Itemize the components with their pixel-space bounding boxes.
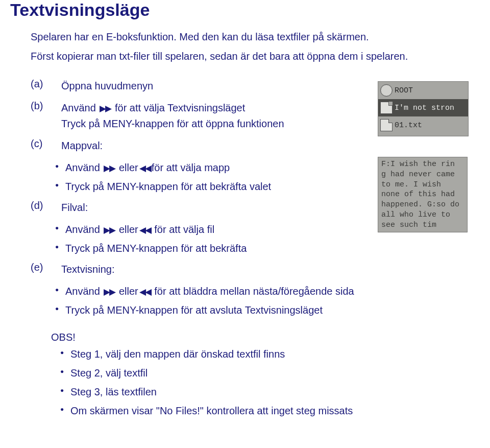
step-b-suffix: för att välja Textvisningsläget [112, 102, 245, 113]
step-d-bullets: Använd ▶▶ eller◀◀ för att välja fil Tryc… [31, 222, 368, 256]
rewind-icon: ◀◀ [139, 225, 151, 235]
obs-bullet: Steg 2, välj textfil [60, 365, 368, 381]
screen-row-selected: I'm not stron [378, 99, 468, 116]
intro-line-1: Spelaren har en E-boksfunktion. Med den … [31, 29, 480, 44]
step-d: (d) Filval: [31, 200, 368, 216]
bullet: Använd ▶▶ eller◀◀för att välja mapp [55, 160, 368, 176]
step-e-text: Textvisning: [61, 262, 368, 277]
document-icon [380, 102, 393, 114]
step-d-text: Filval: [61, 200, 368, 216]
bullet-suffix: för att välja fil [152, 224, 214, 235]
bullet-suffix: för att bläddra mellan nästa/föregående … [152, 286, 354, 297]
screen-row-text: I'm not stron [395, 104, 454, 112]
bullet: Använd ▶▶ eller◀◀ för att bläddra mellan… [55, 284, 368, 299]
step-c-text: Mappval: [61, 138, 368, 154]
bullet-prefix: Använd [65, 286, 103, 297]
bullet-suffix: för att välja mapp [152, 162, 230, 173]
step-b-prefix: Använd [61, 102, 99, 113]
step-a: (a) Öppna huvudmenyn [31, 78, 368, 94]
bullet: Tryck på MENY-knappen för att avsluta Te… [55, 302, 368, 318]
forward-icon: ▶▶ [104, 225, 115, 235]
obs-title: OBS! [51, 332, 368, 343]
step-a-label: (a) [31, 78, 61, 94]
step-e: (e) Textvisning: [31, 262, 368, 277]
bullet-prefix: Använd [65, 224, 103, 235]
step-a-text: Öppna huvudmenyn [61, 78, 368, 94]
screen-row: 01.txt [378, 116, 468, 134]
bullet-mid: eller [116, 162, 138, 173]
obs-bullet: Om skärmen visar "No Files!" kontrollera… [60, 403, 368, 419]
bullet-prefix: Använd [65, 162, 103, 173]
step-e-label: (e) [31, 262, 61, 277]
screenshots-column: ROOT I'm not stron 01.txt F:I wish the r… [368, 78, 480, 232]
screen-row-text: ROOT [395, 86, 413, 95]
document-icon [380, 119, 393, 131]
obs-bullet: Steg 1, välj den mappen där önskad textf… [60, 346, 368, 362]
rewind-icon: ◀◀ [139, 287, 151, 297]
step-b-label: (b) [31, 100, 61, 132]
device-screen-folder: ROOT I'm not stron 01.txt [378, 81, 469, 136]
obs-block: OBS! Steg 1, välj den mappen där önskad … [31, 332, 368, 419]
step-b: (b) Använd ▶▶ för att välja Textvisnings… [31, 100, 368, 132]
bullet: Tryck på MENY-knappen för att bekräfta [55, 241, 368, 256]
bullet: Tryck på MENY-knappen för att bekräfta v… [55, 179, 368, 195]
step-d-label: (d) [31, 200, 61, 216]
bullet-mid: eller [116, 224, 138, 235]
screen-row: ROOT [378, 82, 468, 99]
globe-icon [380, 84, 393, 97]
device-screen-text: F:I wish the rin g had never came to me.… [378, 157, 468, 232]
bullet: Använd ▶▶ eller◀◀ för att välja fil [55, 222, 368, 238]
obs-bullet: Steg 3, läs textfilen [60, 384, 368, 400]
forward-icon: ▶▶ [104, 287, 115, 297]
step-c: (c) Mappval: [31, 138, 368, 154]
step-c-label: (c) [31, 138, 61, 154]
intro-line-2: Först kopierar man txt-filer till spelar… [31, 49, 480, 64]
rewind-icon: ◀◀ [139, 163, 151, 173]
screen-row-text: 01.txt [395, 121, 422, 130]
bullet-mid: eller [116, 286, 138, 297]
forward-icon: ▶▶ [100, 104, 111, 113]
step-b-line2: Tryck på MENY-knappen för att öppna funk… [61, 118, 284, 129]
page-title: Textvisningsläge [10, 0, 480, 20]
step-e-bullets: Använd ▶▶ eller◀◀ för att bläddra mellan… [31, 284, 368, 318]
forward-icon: ▶▶ [104, 163, 115, 173]
steps-column: (a) Öppna huvudmenyn (b) Använd ▶▶ för a… [10, 78, 368, 422]
step-c-bullets: Använd ▶▶ eller◀◀för att välja mapp Tryc… [31, 160, 368, 195]
